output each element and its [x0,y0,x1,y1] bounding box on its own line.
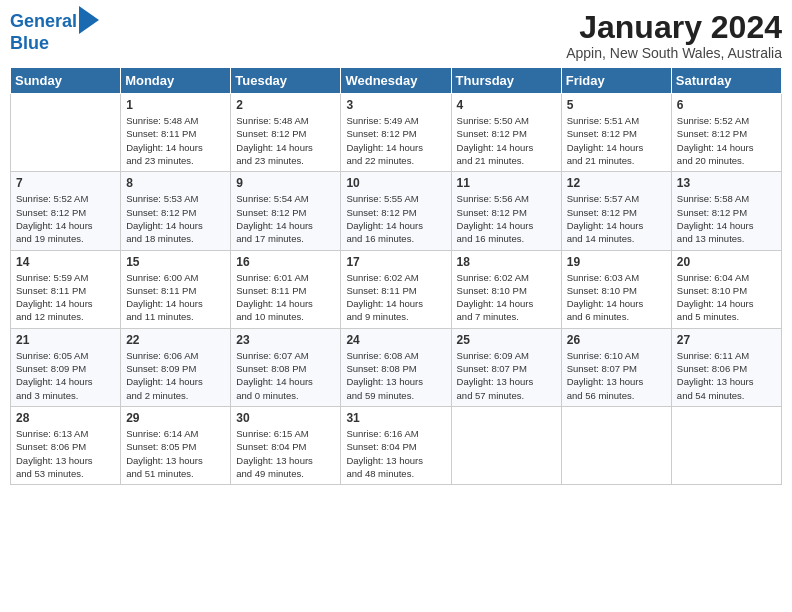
weekday-header-monday: Monday [121,68,231,94]
header: General Blue January 2024 Appin, New Sou… [10,10,782,61]
day-detail: Sunrise: 5:53 AM Sunset: 8:12 PM Dayligh… [126,192,225,245]
calendar-cell [11,94,121,172]
day-number: 31 [346,411,445,425]
calendar-body: 1Sunrise: 5:48 AM Sunset: 8:11 PM Daylig… [11,94,782,485]
calendar-cell: 26Sunrise: 6:10 AM Sunset: 8:07 PM Dayli… [561,328,671,406]
day-number: 7 [16,176,115,190]
calendar-week-row: 7Sunrise: 5:52 AM Sunset: 8:12 PM Daylig… [11,172,782,250]
calendar-cell: 6Sunrise: 5:52 AM Sunset: 8:12 PM Daylig… [671,94,781,172]
weekday-header-saturday: Saturday [671,68,781,94]
day-number: 22 [126,333,225,347]
weekday-header-sunday: Sunday [11,68,121,94]
day-number: 16 [236,255,335,269]
day-detail: Sunrise: 6:05 AM Sunset: 8:09 PM Dayligh… [16,349,115,402]
calendar-cell: 10Sunrise: 5:55 AM Sunset: 8:12 PM Dayli… [341,172,451,250]
calendar-cell: 11Sunrise: 5:56 AM Sunset: 8:12 PM Dayli… [451,172,561,250]
day-number: 10 [346,176,445,190]
day-detail: Sunrise: 5:59 AM Sunset: 8:11 PM Dayligh… [16,271,115,324]
calendar-cell: 2Sunrise: 5:48 AM Sunset: 8:12 PM Daylig… [231,94,341,172]
day-detail: Sunrise: 5:50 AM Sunset: 8:12 PM Dayligh… [457,114,556,167]
weekday-header-row: SundayMondayTuesdayWednesdayThursdayFrid… [11,68,782,94]
day-detail: Sunrise: 6:16 AM Sunset: 8:04 PM Dayligh… [346,427,445,480]
day-detail: Sunrise: 6:11 AM Sunset: 8:06 PM Dayligh… [677,349,776,402]
day-detail: Sunrise: 5:48 AM Sunset: 8:12 PM Dayligh… [236,114,335,167]
day-detail: Sunrise: 5:58 AM Sunset: 8:12 PM Dayligh… [677,192,776,245]
calendar-cell: 15Sunrise: 6:00 AM Sunset: 8:11 PM Dayli… [121,250,231,328]
day-detail: Sunrise: 6:13 AM Sunset: 8:06 PM Dayligh… [16,427,115,480]
calendar-header: SundayMondayTuesdayWednesdayThursdayFrid… [11,68,782,94]
day-detail: Sunrise: 6:04 AM Sunset: 8:10 PM Dayligh… [677,271,776,324]
day-detail: Sunrise: 6:09 AM Sunset: 8:07 PM Dayligh… [457,349,556,402]
calendar-week-row: 28Sunrise: 6:13 AM Sunset: 8:06 PM Dayli… [11,406,782,484]
day-number: 18 [457,255,556,269]
day-detail: Sunrise: 6:00 AM Sunset: 8:11 PM Dayligh… [126,271,225,324]
calendar-cell: 19Sunrise: 6:03 AM Sunset: 8:10 PM Dayli… [561,250,671,328]
day-number: 5 [567,98,666,112]
calendar-cell: 14Sunrise: 5:59 AM Sunset: 8:11 PM Dayli… [11,250,121,328]
calendar-cell: 20Sunrise: 6:04 AM Sunset: 8:10 PM Dayli… [671,250,781,328]
day-number: 8 [126,176,225,190]
calendar-cell: 3Sunrise: 5:49 AM Sunset: 8:12 PM Daylig… [341,94,451,172]
title-area: January 2024 Appin, New South Wales, Aus… [566,10,782,61]
calendar-week-row: 21Sunrise: 6:05 AM Sunset: 8:09 PM Dayli… [11,328,782,406]
day-number: 26 [567,333,666,347]
day-number: 23 [236,333,335,347]
day-detail: Sunrise: 6:03 AM Sunset: 8:10 PM Dayligh… [567,271,666,324]
day-detail: Sunrise: 6:02 AM Sunset: 8:10 PM Dayligh… [457,271,556,324]
calendar-cell: 7Sunrise: 5:52 AM Sunset: 8:12 PM Daylig… [11,172,121,250]
day-number: 1 [126,98,225,112]
day-detail: Sunrise: 5:52 AM Sunset: 8:12 PM Dayligh… [16,192,115,245]
location-subtitle: Appin, New South Wales, Australia [566,45,782,61]
day-number: 30 [236,411,335,425]
day-number: 15 [126,255,225,269]
day-number: 19 [567,255,666,269]
day-number: 28 [16,411,115,425]
calendar-cell: 12Sunrise: 5:57 AM Sunset: 8:12 PM Dayli… [561,172,671,250]
day-number: 20 [677,255,776,269]
calendar-cell: 13Sunrise: 5:58 AM Sunset: 8:12 PM Dayli… [671,172,781,250]
calendar-cell: 31Sunrise: 6:16 AM Sunset: 8:04 PM Dayli… [341,406,451,484]
calendar-cell: 23Sunrise: 6:07 AM Sunset: 8:08 PM Dayli… [231,328,341,406]
day-number: 13 [677,176,776,190]
weekday-header-thursday: Thursday [451,68,561,94]
calendar-cell: 16Sunrise: 6:01 AM Sunset: 8:11 PM Dayli… [231,250,341,328]
day-detail: Sunrise: 5:48 AM Sunset: 8:11 PM Dayligh… [126,114,225,167]
logo-arrow-icon [79,6,99,34]
day-number: 12 [567,176,666,190]
calendar-cell: 24Sunrise: 6:08 AM Sunset: 8:08 PM Dayli… [341,328,451,406]
weekday-header-friday: Friday [561,68,671,94]
calendar-cell [671,406,781,484]
day-detail: Sunrise: 5:54 AM Sunset: 8:12 PM Dayligh… [236,192,335,245]
day-detail: Sunrise: 6:07 AM Sunset: 8:08 PM Dayligh… [236,349,335,402]
day-number: 24 [346,333,445,347]
day-detail: Sunrise: 6:15 AM Sunset: 8:04 PM Dayligh… [236,427,335,480]
calendar-cell: 5Sunrise: 5:51 AM Sunset: 8:12 PM Daylig… [561,94,671,172]
day-detail: Sunrise: 6:08 AM Sunset: 8:08 PM Dayligh… [346,349,445,402]
weekday-header-tuesday: Tuesday [231,68,341,94]
calendar-cell: 17Sunrise: 6:02 AM Sunset: 8:11 PM Dayli… [341,250,451,328]
day-detail: Sunrise: 5:49 AM Sunset: 8:12 PM Dayligh… [346,114,445,167]
calendar-cell [561,406,671,484]
calendar-cell: 8Sunrise: 5:53 AM Sunset: 8:12 PM Daylig… [121,172,231,250]
day-detail: Sunrise: 5:56 AM Sunset: 8:12 PM Dayligh… [457,192,556,245]
calendar-table: SundayMondayTuesdayWednesdayThursdayFrid… [10,67,782,485]
day-number: 4 [457,98,556,112]
weekday-header-wednesday: Wednesday [341,68,451,94]
calendar-cell: 9Sunrise: 5:54 AM Sunset: 8:12 PM Daylig… [231,172,341,250]
calendar-cell: 28Sunrise: 6:13 AM Sunset: 8:06 PM Dayli… [11,406,121,484]
day-detail: Sunrise: 6:02 AM Sunset: 8:11 PM Dayligh… [346,271,445,324]
calendar-cell: 1Sunrise: 5:48 AM Sunset: 8:11 PM Daylig… [121,94,231,172]
calendar-cell: 27Sunrise: 6:11 AM Sunset: 8:06 PM Dayli… [671,328,781,406]
day-detail: Sunrise: 5:52 AM Sunset: 8:12 PM Dayligh… [677,114,776,167]
day-detail: Sunrise: 5:51 AM Sunset: 8:12 PM Dayligh… [567,114,666,167]
logo-blue-text: Blue [10,34,49,54]
day-number: 25 [457,333,556,347]
calendar-week-row: 14Sunrise: 5:59 AM Sunset: 8:11 PM Dayli… [11,250,782,328]
logo: General Blue [10,10,99,54]
calendar-cell: 21Sunrise: 6:05 AM Sunset: 8:09 PM Dayli… [11,328,121,406]
calendar-cell: 30Sunrise: 6:15 AM Sunset: 8:04 PM Dayli… [231,406,341,484]
day-detail: Sunrise: 6:14 AM Sunset: 8:05 PM Dayligh… [126,427,225,480]
day-detail: Sunrise: 5:57 AM Sunset: 8:12 PM Dayligh… [567,192,666,245]
calendar-cell: 22Sunrise: 6:06 AM Sunset: 8:09 PM Dayli… [121,328,231,406]
day-number: 3 [346,98,445,112]
